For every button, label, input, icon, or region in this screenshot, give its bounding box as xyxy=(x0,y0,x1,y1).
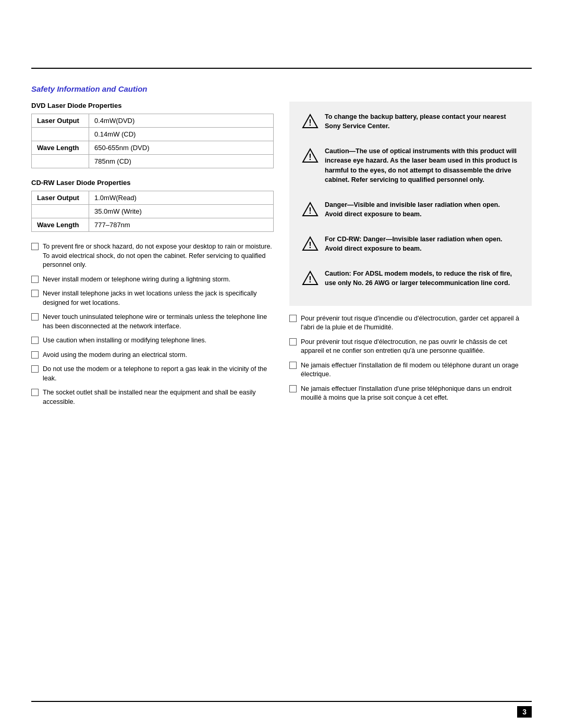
checkbox-icon xyxy=(31,313,39,320)
warning-triangle-icon: ! xyxy=(302,236,319,252)
table-cell-label xyxy=(32,205,89,218)
two-column-layout: DVD Laser Diode Properties Laser Output … xyxy=(31,102,532,412)
svg-text:!: ! xyxy=(309,275,311,284)
list-item: The socket outlet shall be installed nea… xyxy=(31,388,274,406)
section-title: Safety Information and Caution xyxy=(31,84,532,93)
checkbox-icon xyxy=(289,338,297,346)
page-number: 3 xyxy=(517,706,532,718)
checkbox-icon xyxy=(289,362,297,369)
warnings-shaded-box: ! To change the backup battery, please c… xyxy=(289,102,532,306)
checkbox-icon xyxy=(31,351,39,359)
table-cell-label xyxy=(32,155,89,168)
cdrw-laser-table: Laser Output 1.0mW(Read) 35.0mW (Write) … xyxy=(31,191,274,232)
table-cell-value: 777–787nm xyxy=(89,218,274,232)
svg-text:!: ! xyxy=(309,241,311,250)
checkbox-icon xyxy=(31,365,39,373)
list-item: Ne jamais effectuer l'installation de fi… xyxy=(289,361,532,379)
list-item: Ne jamais effectuer l'installation d'une… xyxy=(289,385,532,403)
list-item: Pour prévenir tout risque d'incendie ou … xyxy=(289,314,532,332)
checkbox-icon xyxy=(289,385,297,392)
table-row: Wave Length 777–787nm xyxy=(32,218,274,232)
left-column: DVD Laser Diode Properties Laser Output … xyxy=(31,102,274,412)
right-french-bullet-list: Pour prévenir tout risque d'incendie ou … xyxy=(289,314,532,403)
warning-item-2: ! Caution—The use of optical instruments… xyxy=(297,142,524,189)
warning-triangle-icon: ! xyxy=(302,270,319,287)
checkbox-icon xyxy=(31,290,39,297)
table-row: Laser Output 0.4mW(DVD) xyxy=(32,114,274,128)
table-row: Laser Output 1.0mW(Read) xyxy=(32,191,274,205)
table-row: 785nm (CD) xyxy=(32,155,274,168)
checkbox-icon xyxy=(31,337,39,344)
dvd-title: DVD Laser Diode Properties xyxy=(31,102,274,109)
list-item: To prevent fire or shock hazard, do not … xyxy=(31,242,274,270)
table-cell-label xyxy=(32,128,89,141)
list-item: Avoid using the modem during an electric… xyxy=(31,351,274,360)
list-item: Never install telephone jacks in wet loc… xyxy=(31,289,274,307)
warning-item-1: ! To change the backup battery, please c… xyxy=(297,108,524,135)
table-cell-value: 0.14mW (CD) xyxy=(89,128,274,141)
table-cell-value: 35.0mW (Write) xyxy=(89,205,274,218)
dvd-laser-table: Laser Output 0.4mW(DVD) 0.14mW (CD) Wave… xyxy=(31,114,274,168)
warning-triangle-icon: ! xyxy=(302,201,319,218)
left-bullet-list: To prevent fire or shock hazard, do not … xyxy=(31,242,274,406)
table-cell-value: 1.0mW(Read) xyxy=(89,191,274,205)
table-cell-label: Wave Length xyxy=(32,218,89,232)
list-item: Use caution when installing or modifying… xyxy=(31,336,274,346)
list-item: Pour prévenir tout risque d'électrocutio… xyxy=(289,338,532,356)
checkbox-icon xyxy=(31,389,39,396)
table-cell-label: Wave Length xyxy=(32,141,89,155)
checkbox-icon xyxy=(289,315,297,322)
warning-triangle-icon: ! xyxy=(302,113,319,130)
page-number-bar: 3 xyxy=(0,702,563,728)
list-item: Do not use the modem or a telephone to r… xyxy=(31,365,274,383)
page: Safety Information and Caution DVD Laser… xyxy=(0,0,563,728)
svg-text:!: ! xyxy=(309,206,311,215)
warning-triangle-icon: ! xyxy=(302,147,319,164)
table-row: 0.14mW (CD) xyxy=(32,128,274,141)
table-cell-value: 785nm (CD) xyxy=(89,155,274,168)
table-cell-label: Laser Output xyxy=(32,191,89,205)
table-row: 35.0mW (Write) xyxy=(32,205,274,218)
table-cell-value: 650-655nm (DVD) xyxy=(89,141,274,155)
right-column: ! To change the backup battery, please c… xyxy=(289,102,532,412)
warning-item-3: ! Danger—Visible and invisible laser rad… xyxy=(297,196,524,223)
table-cell-value: 0.4mW(DVD) xyxy=(89,114,274,128)
cdrw-title: CD-RW Laser Diode Properties xyxy=(31,179,274,187)
table-cell-label: Laser Output xyxy=(32,114,89,128)
checkbox-icon xyxy=(31,243,39,250)
svg-text:!: ! xyxy=(309,118,311,127)
content-area: Safety Information and Caution DVD Laser… xyxy=(0,69,563,690)
svg-text:!: ! xyxy=(309,153,311,162)
list-item: Never install modem or telephone wiring … xyxy=(31,275,274,285)
table-row: Wave Length 650-655nm (DVD) xyxy=(32,141,274,155)
list-item: Never touch uninsulated telephone wire o… xyxy=(31,313,274,331)
warning-item-4: ! For CD-RW: Danger—Invisible laser radi… xyxy=(297,230,524,257)
warning-item-5: ! Caution: For ADSL modem models, to red… xyxy=(297,265,524,292)
checkbox-icon xyxy=(31,276,39,283)
